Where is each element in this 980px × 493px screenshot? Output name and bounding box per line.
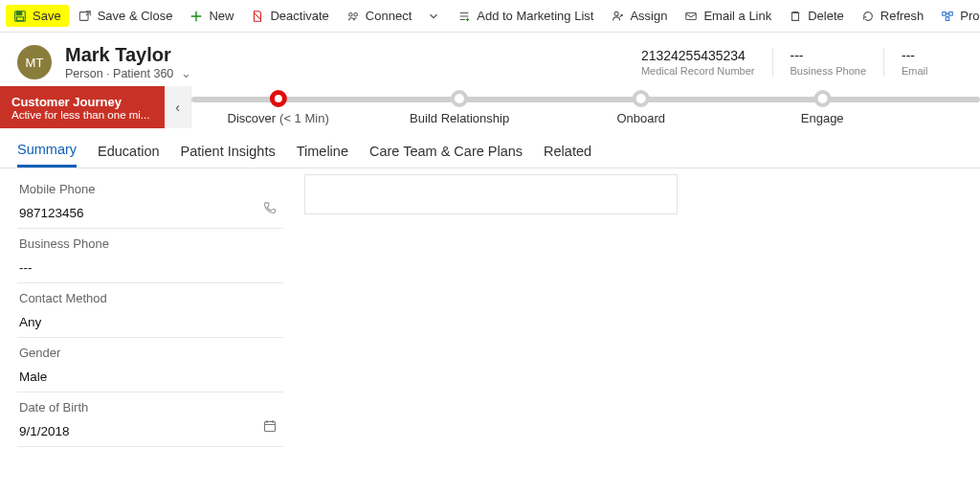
- field-label: Mobile Phone: [19, 182, 281, 196]
- connect-icon: [346, 10, 360, 23]
- plus-icon: [189, 10, 203, 23]
- stage-dot-icon: [813, 90, 831, 107]
- stage-label: Onboard: [616, 111, 665, 125]
- field-mobile-phone[interactable]: Mobile Phone 987123456: [17, 174, 283, 229]
- field-gender[interactable]: Gender Male: [17, 338, 283, 392]
- process-icon: [941, 10, 954, 23]
- assign-label: Assign: [630, 9, 667, 23]
- header-field-email[interactable]: --- Email: [902, 48, 959, 77]
- save-close-icon: [78, 10, 92, 23]
- summary-left-column: Mobile Phone 987123456 Business Phone --…: [17, 174, 283, 483]
- process-header[interactable]: Customer Journey Active for less than on…: [0, 86, 165, 128]
- stage-label: Discover: [228, 111, 277, 125]
- delete-label: Delete: [808, 9, 844, 23]
- phone-icon[interactable]: [262, 200, 278, 218]
- header-field-mrn[interactable]: 21324255435234 Medical Record Number: [641, 48, 755, 77]
- svg-rect-1: [17, 11, 22, 15]
- chevron-down-icon: ⌄: [181, 67, 191, 80]
- connect-button[interactable]: Connect: [339, 5, 419, 27]
- business-process-flow: Customer Journey Active for less than on…: [0, 86, 980, 128]
- connect-chevron[interactable]: [421, 6, 446, 27]
- connect-label: Connect: [366, 9, 412, 23]
- refresh-button[interactable]: Refresh: [854, 5, 932, 27]
- deactivate-icon: [251, 10, 264, 23]
- svg-point-5: [354, 12, 358, 16]
- tab-label: Education: [98, 144, 160, 159]
- avatar: MT: [17, 45, 52, 79]
- record-name: Mark Taylor: [65, 44, 191, 66]
- divider: [883, 48, 884, 77]
- header-field-label: Medical Record Number: [641, 65, 755, 77]
- svg-rect-9: [949, 11, 953, 15]
- header-field-label: Email: [902, 65, 928, 77]
- new-label: New: [209, 9, 234, 23]
- tab-label: Timeline: [297, 144, 348, 159]
- process-subtitle: Active for less than one mi...: [11, 109, 155, 121]
- add-marketing-button[interactable]: Add to Marketing List: [450, 5, 601, 27]
- marketing-list-icon: [457, 10, 471, 23]
- dot: ·: [106, 67, 113, 80]
- record-form: Patient 360: [113, 67, 173, 80]
- assign-button[interactable]: Assign: [603, 5, 675, 27]
- add-marketing-label: Add to Marketing List: [477, 9, 593, 23]
- field-date-of-birth[interactable]: Date of Birth 9/1/2018: [17, 392, 283, 447]
- process-button[interactable]: Process: [933, 5, 980, 27]
- tab-patient-insights[interactable]: Patient Insights: [181, 138, 276, 167]
- form-selector[interactable]: Patient 360 ⌄: [113, 67, 191, 80]
- field-label: Contact Method: [19, 291, 281, 305]
- header-field-label: Business Phone: [791, 65, 867, 77]
- field-value: Any: [19, 315, 281, 329]
- record-header: MT Mark Taylor Person · Patient 360 ⌄ 21…: [0, 33, 980, 86]
- save-icon: [13, 10, 27, 23]
- stage-time: (< 1 Min): [279, 111, 329, 125]
- record-entity: Person: [65, 67, 103, 80]
- refresh-icon: [861, 10, 875, 23]
- process-stages: Discover (< 1 Min) Build Relationship On…: [191, 86, 980, 128]
- stage-onboard[interactable]: Onboard: [616, 86, 665, 125]
- svg-point-6: [615, 11, 619, 15]
- timeline-card[interactable]: [304, 174, 678, 214]
- delete-button[interactable]: Delete: [781, 5, 852, 27]
- header-key-fields: 21324255435234 Medical Record Number ---…: [641, 48, 963, 77]
- svg-point-4: [348, 12, 352, 16]
- header-field-value: ---: [902, 48, 915, 63]
- tab-label: Patient Insights: [181, 144, 276, 159]
- save-label: Save: [33, 9, 61, 23]
- svg-rect-2: [17, 16, 24, 20]
- stage-build-relationship[interactable]: Build Relationship: [410, 86, 509, 125]
- tab-care-team[interactable]: Care Team & Care Plans: [369, 138, 523, 167]
- tab-related[interactable]: Related: [544, 138, 591, 167]
- tab-timeline[interactable]: Timeline: [297, 138, 348, 167]
- field-contact-method[interactable]: Contact Method Any: [17, 283, 283, 338]
- email-link-button[interactable]: Email a Link: [677, 5, 779, 27]
- calendar-icon[interactable]: [262, 418, 278, 437]
- field-business-phone[interactable]: Business Phone ---: [17, 229, 283, 283]
- stage-engage[interactable]: Engage: [801, 86, 844, 125]
- field-value: Male: [19, 370, 281, 384]
- field-label: Gender: [19, 346, 281, 360]
- stage-dot-icon: [633, 90, 650, 107]
- tab-bar: Summary Education Patient Insights Timel…: [0, 128, 980, 168]
- header-field-value: 21324255435234: [641, 48, 746, 63]
- chevron-left-icon: ‹: [175, 100, 180, 115]
- field-label: Business Phone: [19, 236, 281, 251]
- trash-icon: [789, 10, 802, 23]
- svg-rect-3: [79, 11, 88, 20]
- stage-label: Build Relationship: [410, 111, 509, 125]
- stage-dot-icon: [270, 90, 287, 107]
- summary-middle-column: [304, 174, 678, 483]
- tab-label: Care Team & Care Plans: [369, 144, 523, 159]
- summary-right-column: [699, 174, 963, 483]
- record-title-block: Mark Taylor Person · Patient 360 ⌄: [65, 44, 191, 80]
- tab-education[interactable]: Education: [98, 138, 160, 167]
- save-close-button[interactable]: Save & Close: [71, 5, 181, 27]
- process-back-button[interactable]: ‹: [165, 86, 191, 128]
- process-title: Customer Journey: [11, 95, 155, 109]
- tab-summary[interactable]: Summary: [17, 136, 77, 168]
- stage-discover[interactable]: Discover (< 1 Min): [228, 86, 329, 125]
- assign-icon: [611, 10, 624, 23]
- save-button[interactable]: Save: [6, 5, 69, 27]
- deactivate-button[interactable]: Deactivate: [243, 5, 336, 27]
- new-button[interactable]: New: [182, 5, 241, 27]
- header-field-bphone[interactable]: --- Business Phone: [791, 48, 867, 77]
